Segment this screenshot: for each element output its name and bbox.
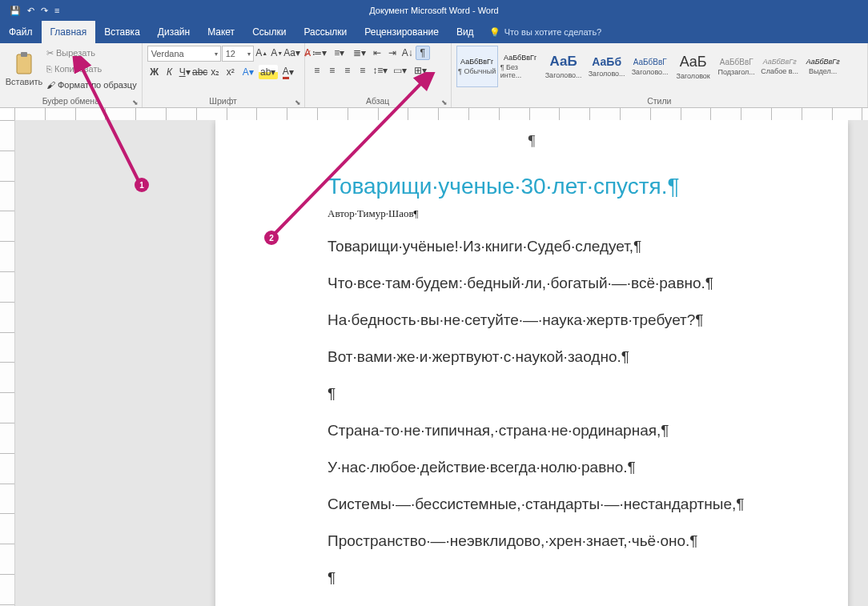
font-size-combo[interactable]: 12 bbox=[222, 46, 254, 62]
multilevel-button[interactable]: ≣▾ bbox=[350, 46, 369, 60]
sort-button[interactable]: A↓ bbox=[400, 46, 415, 60]
shading-button[interactable]: ▭▾ bbox=[391, 63, 410, 78]
window-title: Документ Microsoft Word - Word bbox=[369, 6, 498, 15]
ribbon: Вставить ✂Вырезать ⎘Копировать 🖌Формат п… bbox=[0, 43, 868, 108]
annotation-badge-1: 1 bbox=[135, 178, 149, 192]
page-scroll[interactable]: ¶ Товарищи·ученые·30·лет·спустя.¶ Автор·… bbox=[15, 120, 868, 606]
style-item[interactable]: АаБЗаголово... bbox=[543, 46, 585, 87]
vertical-ruler[interactable] bbox=[0, 120, 15, 606]
document-paragraph[interactable]: Пространство·—·неэвклидово,·хрен·знает,·… bbox=[328, 532, 848, 550]
grow-font-button[interactable]: A▲ bbox=[255, 46, 269, 60]
style-item[interactable]: АаБбВвГгСлабое в... bbox=[759, 46, 801, 87]
superscript-button[interactable]: x² bbox=[223, 65, 238, 79]
style-item[interactable]: АаБбВвГЗаголово... bbox=[629, 46, 671, 87]
lightbulb-icon: 💡 bbox=[489, 27, 500, 38]
page[interactable]: ¶ Товарищи·ученые·30·лет·спустя.¶ Автор·… bbox=[215, 120, 848, 606]
tab-mailings[interactable]: Рассылки bbox=[295, 21, 356, 43]
annotation-badge-2: 2 bbox=[264, 231, 279, 245]
tab-home[interactable]: Главная bbox=[42, 21, 96, 43]
align-center-button[interactable]: ≡ bbox=[325, 63, 340, 78]
styles-group-label: Стили bbox=[456, 96, 862, 107]
underline-button[interactable]: Ч▾ bbox=[178, 65, 192, 79]
document-paragraph[interactable]: ¶ bbox=[328, 385, 848, 403]
customize-qat-icon[interactable]: ≡ bbox=[54, 6, 59, 15]
line-spacing-button[interactable]: ↕≡▾ bbox=[371, 63, 390, 78]
cut-button[interactable]: ✂Вырезать bbox=[46, 46, 137, 60]
group-styles: АаБбВвГг¶ ОбычныйАаБбВвГг¶ Без инте...Аа… bbox=[452, 43, 868, 107]
undo-icon[interactable]: ↶ bbox=[27, 6, 34, 16]
style-item[interactable]: АаБбЗаголово... bbox=[586, 46, 628, 87]
font-name-combo[interactable]: Verdana bbox=[147, 46, 221, 62]
format-painter-label: Формат по образцу bbox=[58, 80, 137, 90]
tab-review[interactable]: Рецензирование bbox=[356, 21, 448, 43]
show-hide-pilcrow-button[interactable]: ¶ bbox=[416, 46, 430, 60]
italic-button[interactable]: К bbox=[163, 65, 177, 79]
document-paragraph[interactable]: У·нас·любое·действие·всегда·нолю·равно.¶ bbox=[328, 459, 848, 476]
document-paragraph[interactable]: Вот·вами·же·и·жертвуют·с·наукой·заодно.¶ bbox=[328, 348, 848, 366]
group-paragraph: ≔▾ ≡▾ ≣▾ ⇤ ⇥ A↓ ¶ ≡ ≡ ≡ ≡ ↕≡▾ ▭▾ ⊞▾ bbox=[305, 43, 452, 107]
strikethrough-button[interactable]: abc bbox=[193, 65, 207, 79]
tab-file[interactable]: Файл bbox=[0, 21, 42, 43]
font-color-button[interactable]: A▾ bbox=[279, 65, 298, 79]
quick-access-toolbar: 💾 ↶ ↷ ≡ bbox=[10, 6, 59, 16]
tell-me-search[interactable]: 💡 Что вы хотите сделать? bbox=[489, 21, 602, 43]
document-author[interactable]: Автор·Тимур·Шаов¶ bbox=[328, 207, 848, 220]
clipboard-group-label: Буфер обмена bbox=[5, 96, 137, 107]
increase-indent-button[interactable]: ⇥ bbox=[385, 46, 400, 60]
document-paragraph[interactable]: На·бедность·вы·не·сетуйте·—·наука·жертв·… bbox=[328, 311, 848, 329]
group-clipboard: Вставить ✂Вырезать ⎘Копировать 🖌Формат п… bbox=[0, 43, 143, 107]
justify-button[interactable]: ≡ bbox=[356, 63, 370, 78]
subscript-button[interactable]: x₂ bbox=[208, 65, 223, 79]
redo-icon[interactable]: ↷ bbox=[41, 6, 48, 16]
text-effects-button[interactable]: A▾ bbox=[239, 65, 258, 79]
style-item[interactable]: АаБЗаголовок bbox=[673, 46, 714, 87]
style-item[interactable]: АаБбВвГПодзагол... bbox=[716, 46, 757, 87]
style-item[interactable]: АаБбВвГг¶ Без инте... bbox=[500, 46, 541, 87]
word-window: 💾 ↶ ↷ ≡ Документ Microsoft Word - Word Ф… bbox=[0, 0, 868, 606]
copy-icon: ⎘ bbox=[46, 64, 52, 74]
document-paragraph[interactable]: Что·все·там·будем:·бедный·ли,·богатый·—·… bbox=[328, 275, 848, 292]
bullets-button[interactable]: ≔▾ bbox=[310, 46, 329, 60]
align-right-button[interactable]: ≡ bbox=[340, 63, 355, 78]
tab-layout[interactable]: Макет bbox=[199, 21, 243, 43]
document-body[interactable]: Товарищи·учёные!·Из·книги·Судеб·следует,… bbox=[328, 238, 848, 587]
document-paragraph[interactable]: Системы·—·бессистемные,·стандарты·—·нест… bbox=[328, 496, 848, 513]
copy-button[interactable]: ⎘Копировать bbox=[46, 62, 137, 76]
tab-design[interactable]: Дизайн bbox=[149, 21, 199, 43]
paragraph-dialog-launcher[interactable]: ⬊ bbox=[441, 98, 449, 106]
tab-view[interactable]: Вид bbox=[448, 21, 483, 43]
clipboard-dialog-launcher[interactable]: ⬊ bbox=[132, 98, 140, 106]
scissors-icon: ✂ bbox=[46, 48, 54, 58]
borders-button[interactable]: ⊞▾ bbox=[411, 63, 430, 78]
highlight-button[interactable]: ab▾ bbox=[259, 65, 278, 79]
empty-center-paragraph: ¶ bbox=[328, 132, 736, 150]
cut-label: Вырезать bbox=[56, 48, 95, 58]
bold-button[interactable]: Ж bbox=[147, 65, 162, 79]
style-item[interactable]: АаБбВвГг¶ Обычный bbox=[456, 46, 498, 87]
format-painter-button[interactable]: 🖌Формат по образцу bbox=[46, 78, 137, 92]
document-area: ¶ Товарищи·ученые·30·лет·спустя.¶ Автор·… bbox=[0, 120, 868, 606]
paragraph-group-label: Абзац bbox=[310, 96, 446, 107]
ribbon-tabs: Файл Главная Вставка Дизайн Макет Ссылки… bbox=[0, 21, 868, 43]
paste-button[interactable]: Вставить bbox=[5, 46, 43, 92]
shrink-font-button[interactable]: A▼ bbox=[270, 46, 284, 60]
styles-gallery[interactable]: АаБбВвГг¶ ОбычныйАаБбВвГг¶ Без инте...Аа… bbox=[456, 46, 844, 87]
document-paragraph[interactable]: Страна-то·не·типичная,·страна·не·ординар… bbox=[328, 422, 848, 439]
tab-insert[interactable]: Вставка bbox=[95, 21, 149, 43]
font-dialog-launcher[interactable]: ⬊ bbox=[295, 98, 303, 106]
tab-references[interactable]: Ссылки bbox=[243, 21, 295, 43]
document-paragraph[interactable]: Товарищи·учёные!·Из·книги·Судеб·следует,… bbox=[328, 238, 848, 255]
align-left-button[interactable]: ≡ bbox=[310, 63, 324, 78]
decrease-indent-button[interactable]: ⇤ bbox=[370, 46, 384, 60]
svg-rect-1 bbox=[21, 52, 27, 57]
document-paragraph[interactable]: ¶ bbox=[328, 569, 848, 587]
style-item[interactable]: АаБбВвГгВыдел... bbox=[802, 46, 844, 87]
numbering-button[interactable]: ≡▾ bbox=[330, 46, 349, 60]
change-case-button[interactable]: Aa▾ bbox=[285, 46, 299, 60]
title-bar: 💾 ↶ ↷ ≡ Документ Microsoft Word - Word bbox=[0, 0, 868, 21]
font-group-label: Шрифт bbox=[147, 96, 299, 107]
document-heading[interactable]: Товарищи·ученые·30·лет·спустя.¶ bbox=[328, 174, 848, 199]
brush-icon: 🖌 bbox=[46, 80, 55, 90]
save-icon[interactable]: 💾 bbox=[10, 6, 21, 16]
tell-me-label: Что вы хотите сделать? bbox=[504, 27, 602, 37]
